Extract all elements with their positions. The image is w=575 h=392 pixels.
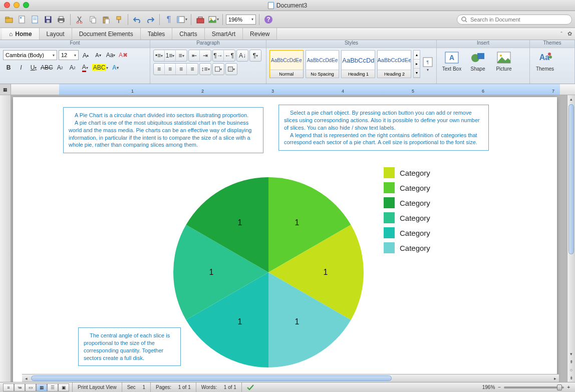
decrease-indent-button[interactable]: ⇤ (189, 50, 200, 61)
copy-icon[interactable] (87, 14, 99, 26)
help-icon[interactable]: ? (262, 14, 274, 26)
borders-button[interactable]: ▾ (226, 64, 237, 75)
font-size-combo[interactable]: 12▾ (59, 50, 79, 60)
vscroll-browse[interactable]: ○ (567, 366, 575, 374)
grow-font-button[interactable]: A▴ (80, 50, 91, 61)
increase-indent-button[interactable]: ⇥ (200, 50, 211, 61)
highlight-button[interactable]: ABC▾ (92, 62, 109, 73)
save-icon[interactable] (42, 14, 54, 26)
collapse-ribbon-icon[interactable]: ˆ (560, 31, 562, 37)
styles-pane-button[interactable]: ¶▾ (422, 50, 433, 78)
superscript-button[interactable]: A2 (55, 62, 66, 73)
callout-angle[interactable]: The central angle of each slice is propo… (78, 327, 181, 366)
redo-icon[interactable] (144, 14, 156, 26)
bold-button[interactable]: B (3, 62, 14, 73)
tab-layout[interactable]: Layout (40, 28, 72, 40)
tab-charts[interactable]: Charts (172, 28, 204, 40)
pie-chart[interactable] (168, 172, 369, 373)
hscroll-right[interactable]: ▸ (551, 374, 559, 382)
tab-review[interactable]: Review (243, 28, 277, 40)
style-no-spacing[interactable]: AaBbCcDdEeNo Spacing (306, 50, 340, 78)
tab-document-elements[interactable]: Document Elements (72, 28, 141, 40)
vscroll-down[interactable]: ▾ (567, 350, 575, 358)
open-recent-icon[interactable] (29, 14, 41, 26)
media-browser-icon[interactable]: ▾ (207, 14, 219, 26)
view-outline[interactable]: ≔ (14, 383, 25, 391)
zoom-window-button[interactable] (23, 2, 29, 8)
vscroll-prev-page[interactable]: ⇞ (567, 358, 575, 366)
font-name-combo[interactable]: Cambria (Body)▾ (3, 50, 57, 60)
legend-item[interactable]: Category (384, 227, 430, 238)
legend-item[interactable]: Category (384, 182, 430, 193)
status-spell-check[interactable] (241, 382, 259, 392)
ruler-corner[interactable]: ▦ (0, 84, 11, 95)
view-print-layout[interactable]: ▦ (36, 383, 47, 391)
sort-button[interactable]: A↓ (237, 50, 248, 61)
document-page[interactable]: A Pie Chart is a circular chart divided … (13, 97, 557, 382)
numbering-button[interactable]: 1≡▾ (165, 50, 176, 61)
zoom-out-button[interactable]: − (498, 384, 501, 390)
vscroll-thumb[interactable] (568, 104, 574, 254)
italic-button[interactable]: I (16, 62, 27, 73)
horizontal-scrollbar[interactable]: ◂ ▸ (22, 374, 559, 382)
styles-scroller[interactable]: ▴▸▾ (413, 50, 420, 78)
new-from-template-icon[interactable] (16, 14, 28, 26)
legend-item[interactable]: Category (384, 167, 430, 178)
paste-icon[interactable] (100, 14, 112, 26)
sidebar-toggle-icon[interactable]: ▾ (176, 14, 188, 26)
tab-tables[interactable]: Tables (141, 28, 173, 40)
font-color-button[interactable]: A▾ (80, 62, 91, 73)
align-left-button[interactable]: ≡ (154, 64, 165, 75)
underline-button[interactable]: U▾ (28, 62, 39, 73)
callout-intro[interactable]: A Pie Chart is a circular chart divided … (63, 107, 263, 153)
bullets-button[interactable]: •≡▾ (154, 50, 165, 61)
insert-shape-button[interactable]: Shape (467, 50, 489, 72)
change-case-button[interactable]: Aa▾ (105, 50, 116, 61)
vscroll-up[interactable]: ▴ (567, 95, 575, 103)
undo-icon[interactable] (131, 14, 143, 26)
status-pages[interactable]: Pages: 1 of 1 (150, 382, 196, 392)
close-window-button[interactable] (4, 2, 10, 8)
zoom-slider[interactable] (504, 386, 564, 388)
strikethrough-button[interactable]: ABC (41, 62, 53, 73)
callout-instructions[interactable]: Select a pie chart object. By pressing a… (278, 105, 489, 151)
vscroll-next-page[interactable]: ⇟ (567, 374, 575, 382)
vertical-ruler[interactable] (0, 95, 11, 382)
view-draft[interactable]: ≡ (3, 383, 14, 391)
tab-smartart[interactable]: SmartArt (205, 28, 243, 40)
zoom-combo[interactable]: 196%▾ (226, 15, 256, 25)
tab-home[interactable]: ⌂Home (2, 28, 40, 40)
rtl-button[interactable]: ←¶ (224, 50, 235, 61)
horizontal-ruler[interactable]: 1 2 3 4 5 6 7 (11, 84, 575, 95)
ltr-button[interactable]: ¶→ (213, 50, 224, 61)
page-scroll[interactable]: A Pie Chart is a circular chart divided … (11, 95, 567, 382)
open-icon[interactable] (3, 14, 15, 26)
toolbox-icon[interactable] (194, 14, 206, 26)
format-painter-icon[interactable] (113, 14, 125, 26)
legend-item[interactable]: Category (384, 242, 430, 253)
status-words[interactable]: Words: 1 of 1 (196, 382, 241, 392)
vertical-scrollbar[interactable]: ▴ ▾ ⇞ ○ ⇟ (567, 95, 575, 382)
legend-item[interactable]: Category (384, 212, 430, 223)
show-marks-button[interactable]: ¶▾ (250, 50, 261, 61)
view-publishing[interactable]: ▭ (25, 383, 36, 391)
chart-legend[interactable]: CategoryCategoryCategoryCategoryCategory… (384, 167, 430, 257)
shrink-font-button[interactable]: A▾ (93, 50, 104, 61)
insert-picture-button[interactable]: Picture (493, 50, 515, 72)
subscript-button[interactable]: A2 (67, 62, 78, 73)
text-effects-button[interactable]: A▾ (110, 62, 121, 73)
themes-button[interactable]: AaThemes (534, 50, 556, 72)
justify-button[interactable]: ≡ (187, 64, 198, 75)
view-focus[interactable]: ▣ (58, 383, 69, 391)
multilevel-button[interactable]: ≡▾ (176, 50, 187, 61)
hscroll-thumb[interactable] (31, 375, 392, 381)
style-normal[interactable]: AaBbCcDdEeNormal (269, 50, 304, 78)
print-icon[interactable] (55, 14, 67, 26)
style-heading-1[interactable]: AaBbCcDdHeading 1 (341, 50, 375, 78)
legend-item[interactable]: Category (384, 197, 430, 208)
clear-formatting-button[interactable]: A✖ (118, 50, 129, 61)
view-notebook[interactable]: ☰ (47, 383, 58, 391)
insert-text-box-button[interactable]: AText Box (441, 50, 463, 72)
style-heading-2[interactable]: AaBbCcDdEeHeading 2 (377, 50, 411, 78)
align-right-button[interactable]: ≡ (176, 64, 187, 75)
